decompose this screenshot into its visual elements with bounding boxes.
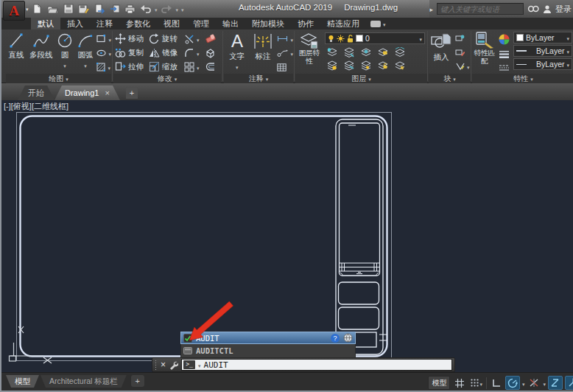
layer-match-icon[interactable] (394, 47, 406, 57)
grid-toggle[interactable] (452, 376, 466, 390)
layer-unlock-tool-icon[interactable] (377, 60, 389, 71)
ribbon-tab-home[interactable]: 默认 (31, 18, 60, 29)
ribbon-tab-output[interactable]: 输出 (216, 18, 245, 29)
save-as-icon[interactable] (77, 3, 90, 15)
snap-toggle[interactable] (468, 376, 484, 390)
chevron-down-icon[interactable] (479, 378, 482, 388)
layout-tab-architectural[interactable]: Architectural 标题栏 (41, 375, 127, 388)
panel-label-layers[interactable]: 图层 (295, 74, 427, 83)
linetype-select[interactable]: ByLayer (513, 58, 572, 70)
redo-icon[interactable] (161, 3, 173, 15)
undo-dropdown-icon[interactable] (155, 4, 158, 13)
isodraft-toggle[interactable] (527, 376, 541, 390)
polyline-button[interactable]: 多段线 (28, 32, 55, 74)
object-color-select[interactable]: ByLayer (513, 32, 572, 43)
ribbon-display-toggle[interactable] (370, 18, 386, 29)
file-tab-drawing1[interactable]: Drawing1 (55, 85, 120, 100)
layer-unisolate-icon[interactable] (343, 47, 355, 57)
recent-commands-icon[interactable] (198, 360, 201, 369)
arc-button[interactable]: 圆弧 (76, 32, 96, 74)
new-icon[interactable] (31, 3, 43, 15)
undo-icon[interactable] (139, 3, 152, 15)
polar-tracking-toggle[interactable] (505, 376, 520, 390)
layer-lock-tool-icon[interactable] (377, 47, 389, 57)
edit-attributes-button[interactable] (455, 48, 470, 57)
chevron-down-icon[interactable] (84, 60, 87, 69)
redo-dropdown-icon[interactable] (176, 4, 179, 13)
layer-walk-icon[interactable] (360, 60, 372, 71)
lineweight-list-icon[interactable] (499, 50, 510, 58)
search-icon[interactable] (527, 4, 539, 13)
print-icon[interactable] (124, 3, 136, 15)
help-icon[interactable] (331, 334, 340, 343)
layout-tab-model[interactable]: 模型 (6, 375, 39, 388)
layer-off-icon[interactable] (394, 60, 406, 71)
viewport-controls[interactable]: [-][俯视][二维线框] (4, 101, 68, 112)
dimension-button[interactable]: 标注 (250, 32, 275, 74)
ribbon-tab-featured[interactable]: 精选应用 (320, 18, 366, 29)
drag-handle-icon[interactable] (155, 360, 158, 370)
ortho-toggle[interactable] (489, 376, 503, 390)
osnap-tracking-toggle[interactable] (548, 376, 563, 390)
rotate-button[interactable]: 旋转 (149, 33, 184, 44)
user-icon[interactable] (543, 4, 552, 14)
array-button[interactable] (184, 62, 205, 72)
search-input[interactable] (437, 3, 524, 15)
rectangle-button[interactable] (96, 35, 111, 43)
ribbon-tab-addins[interactable]: 附加模块 (245, 18, 291, 29)
command-input[interactable]: >_ AUDIT (181, 359, 452, 371)
attribute-manager-button[interactable] (455, 62, 470, 71)
drawing-canvas[interactable]: [-][俯视][二维线框] (1, 100, 573, 372)
linetype-list-icon[interactable] (499, 64, 510, 71)
panel-label-annotation[interactable]: 注释 (224, 74, 293, 83)
lineweight-select[interactable]: ByLayer (513, 45, 572, 57)
command-line-bar[interactable]: >_ AUDIT (152, 357, 455, 372)
osnap-toggle[interactable] (565, 376, 573, 390)
command-prompt-icon[interactable]: >_ (183, 360, 195, 369)
erase-button[interactable] (205, 34, 219, 44)
hatch-button[interactable] (96, 63, 111, 71)
ellipse-button[interactable] (96, 49, 111, 57)
layer-properties-button[interactable]: 图层特性 (297, 32, 322, 66)
model-space-button[interactable]: 模型 (428, 376, 450, 390)
ribbon-tab-manage[interactable]: 管理 (186, 18, 216, 29)
ribbon-tab-insert[interactable]: 插入 (60, 18, 90, 29)
ribbon-tab-annotate[interactable]: 注释 (90, 18, 119, 29)
match-properties-button[interactable]: 特性匹配 (473, 32, 496, 66)
mirror-button[interactable]: 镜像 (149, 48, 184, 58)
panel-label-properties[interactable]: 特性 (472, 74, 573, 83)
explode-button[interactable] (205, 48, 219, 58)
qat-customize-icon[interactable] (181, 4, 184, 13)
export-icon[interactable] (108, 3, 121, 15)
close-icon[interactable] (105, 89, 109, 97)
chevron-down-icon[interactable] (522, 379, 525, 388)
save-icon[interactable] (62, 3, 74, 15)
open-icon[interactable] (46, 3, 59, 15)
offset-button[interactable] (205, 62, 219, 71)
dimension-linear-button[interactable] (277, 35, 293, 43)
customize-wrench-icon[interactable] (169, 360, 178, 370)
fillet-button[interactable] (184, 48, 205, 58)
chevron-down-icon[interactable] (236, 62, 239, 71)
transfer-icon[interactable] (93, 3, 105, 15)
layer-select[interactable]: 0 (325, 32, 425, 44)
color-wheel-icon[interactable] (499, 34, 510, 45)
ribbon-tab-view[interactable]: 视图 (157, 18, 186, 29)
application-menu-button[interactable]: A (3, 1, 25, 21)
leader-button[interactable] (277, 49, 293, 57)
new-layout-button[interactable]: + (131, 375, 144, 387)
insert-block-button[interactable]: 插入 (429, 32, 453, 63)
suggestion-audit[interactable]: AUDIT (180, 332, 356, 344)
layer-make-current-icon[interactable] (326, 60, 338, 71)
copy-button[interactable]: 复制 (115, 47, 149, 58)
panel-label-modify[interactable]: 修改 (113, 74, 221, 83)
layer-freeze-tool-icon[interactable] (360, 47, 372, 57)
suggestion-auditctl[interactable]: AUDITCTL (180, 344, 356, 358)
panel-label-block[interactable]: 块 (429, 74, 471, 83)
ribbon-tab-collaborate[interactable]: 协作 (291, 18, 320, 29)
search-collapse-icon[interactable] (429, 4, 433, 13)
layer-isolate-icon[interactable] (326, 47, 338, 57)
file-tab-start[interactable]: 开始 (18, 85, 55, 100)
table-button[interactable] (277, 63, 293, 71)
chevron-down-icon[interactable] (543, 379, 546, 388)
